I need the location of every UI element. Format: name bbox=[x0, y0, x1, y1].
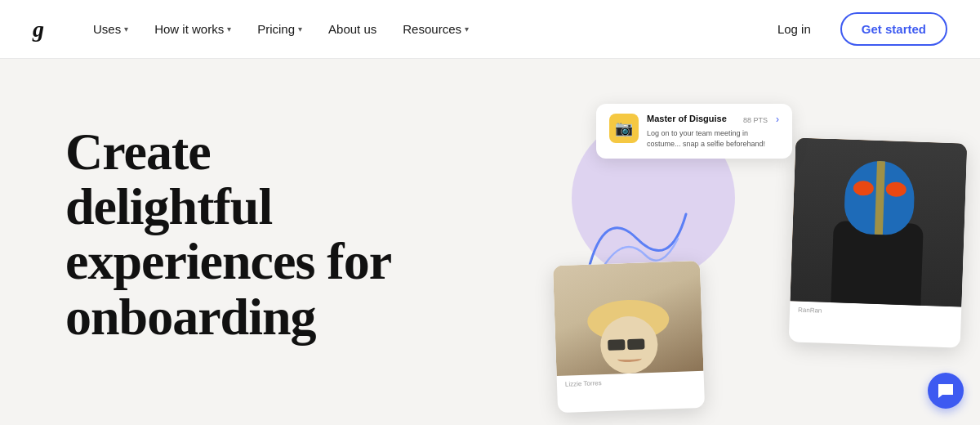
arrow-right-icon: › bbox=[776, 114, 779, 125]
nav-right: Log in Get started bbox=[768, 12, 947, 46]
hero-section: Create delightful experiences for onboar… bbox=[0, 59, 980, 425]
navbar: g Uses ▾ How it works ▾ Pricing ▾ About … bbox=[0, 0, 980, 59]
chat-icon bbox=[937, 382, 955, 399]
photo-card-mask: RanRan bbox=[789, 137, 968, 347]
nav-item-about[interactable]: About us bbox=[318, 16, 386, 42]
logo[interactable]: g bbox=[33, 18, 44, 41]
achievement-title: Master of Disguise bbox=[647, 114, 727, 123]
achievement-badge: 88 PTS bbox=[743, 116, 768, 124]
chevron-down-icon: ▾ bbox=[227, 25, 231, 34]
chevron-down-icon: ▾ bbox=[298, 25, 302, 34]
chat-button[interactable] bbox=[928, 373, 964, 409]
nav-item-how-it-works[interactable]: How it works ▾ bbox=[145, 16, 241, 42]
achievement-description: Log on to your team meeting in costume..… bbox=[647, 128, 768, 149]
photo-card-person: Lizzie Torres bbox=[553, 261, 705, 413]
nav-links: Uses ▾ How it works ▾ Pricing ▾ About us… bbox=[83, 16, 768, 42]
hero-text: Create delightful experiences for onboar… bbox=[65, 108, 391, 344]
nav-item-resources[interactable]: Resources ▾ bbox=[393, 16, 479, 42]
get-started-button[interactable]: Get started bbox=[840, 12, 947, 46]
camera-icon: 📷 bbox=[609, 114, 639, 143]
achievement-card: 📷 Master of Disguise 88 PTS Log on to yo… bbox=[596, 104, 792, 159]
hero-visuals: 📷 Master of Disguise 88 PTS Log on to yo… bbox=[506, 59, 980, 425]
chevron-down-icon: ▾ bbox=[124, 25, 128, 34]
login-button[interactable]: Log in bbox=[768, 16, 821, 42]
nav-item-pricing[interactable]: Pricing ▾ bbox=[247, 16, 312, 42]
nav-item-uses[interactable]: Uses ▾ bbox=[83, 16, 138, 42]
hero-heading: Create delightful experiences for onboar… bbox=[65, 124, 391, 344]
chevron-down-icon: ▾ bbox=[465, 25, 469, 34]
